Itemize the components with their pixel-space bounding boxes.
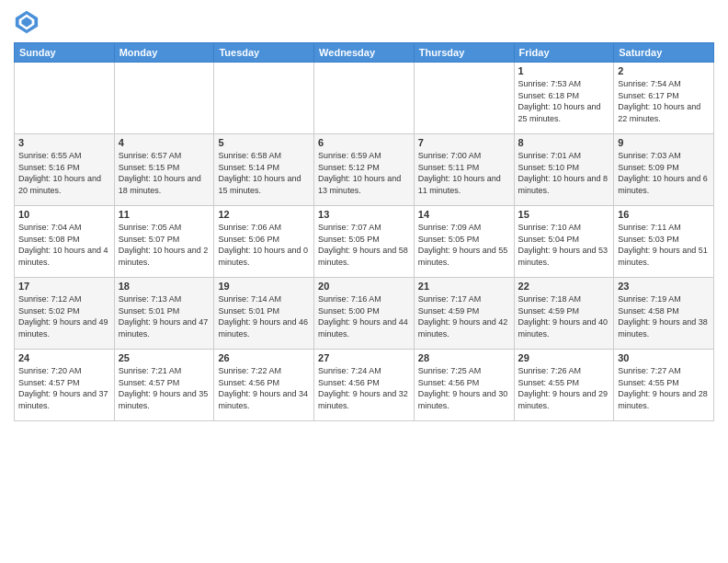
calendar-cell: 18Sunrise: 7:13 AM Sunset: 5:01 PM Dayli… [114, 278, 214, 350]
day-info: Sunrise: 7:27 AM Sunset: 4:55 PM Dayligh… [618, 365, 710, 411]
page: SundayMondayTuesdayWednesdayThursdayFrid… [0, 0, 728, 563]
day-number: 1 [518, 65, 610, 76]
calendar-cell: 12Sunrise: 7:06 AM Sunset: 5:06 PM Dayli… [214, 206, 314, 278]
day-number: 19 [218, 281, 310, 292]
weekday-header: Friday [514, 43, 614, 63]
day-number: 28 [418, 352, 510, 363]
day-info: Sunrise: 7:26 AM Sunset: 4:55 PM Dayligh… [518, 365, 610, 411]
day-number: 15 [518, 209, 610, 220]
day-number: 17 [18, 281, 110, 292]
logo [14, 9, 41, 35]
calendar-cell: 6Sunrise: 6:59 AM Sunset: 5:12 PM Daylig… [314, 134, 415, 206]
calendar-cell [114, 63, 214, 134]
calendar-week-row: 10Sunrise: 7:04 AM Sunset: 5:08 PM Dayli… [15, 206, 714, 278]
calendar-cell: 3Sunrise: 6:55 AM Sunset: 5:16 PM Daylig… [15, 134, 115, 206]
day-number: 21 [418, 281, 510, 292]
calendar-cell: 2Sunrise: 7:54 AM Sunset: 6:17 PM Daylig… [614, 63, 714, 134]
calendar-week-row: 3Sunrise: 6:55 AM Sunset: 5:16 PM Daylig… [15, 134, 714, 206]
day-info: Sunrise: 7:13 AM Sunset: 5:01 PM Dayligh… [119, 293, 210, 339]
calendar-cell: 4Sunrise: 6:57 AM Sunset: 5:15 PM Daylig… [114, 134, 214, 206]
day-info: Sunrise: 6:59 AM Sunset: 5:12 PM Dayligh… [318, 150, 410, 196]
day-info: Sunrise: 7:03 AM Sunset: 5:09 PM Dayligh… [618, 150, 710, 196]
calendar-cell: 7Sunrise: 7:00 AM Sunset: 5:11 PM Daylig… [414, 134, 514, 206]
day-info: Sunrise: 7:16 AM Sunset: 5:00 PM Dayligh… [318, 293, 410, 339]
day-info: Sunrise: 7:05 AM Sunset: 5:07 PM Dayligh… [119, 222, 210, 268]
calendar-cell: 9Sunrise: 7:03 AM Sunset: 5:09 PM Daylig… [614, 134, 714, 206]
day-number: 25 [119, 352, 210, 363]
weekday-header: Wednesday [314, 43, 415, 63]
day-info: Sunrise: 7:10 AM Sunset: 5:04 PM Dayligh… [518, 222, 610, 268]
calendar-cell [414, 63, 514, 134]
day-info: Sunrise: 7:18 AM Sunset: 4:59 PM Dayligh… [518, 293, 610, 339]
header [14, 9, 714, 35]
day-info: Sunrise: 7:00 AM Sunset: 5:11 PM Dayligh… [418, 150, 510, 196]
day-number: 18 [119, 281, 210, 292]
day-number: 29 [518, 352, 610, 363]
calendar-week-row: 1Sunrise: 7:53 AM Sunset: 6:18 PM Daylig… [15, 63, 714, 134]
calendar-cell: 28Sunrise: 7:25 AM Sunset: 4:56 PM Dayli… [414, 350, 514, 421]
day-info: Sunrise: 6:58 AM Sunset: 5:14 PM Dayligh… [218, 150, 310, 196]
calendar-cell: 30Sunrise: 7:27 AM Sunset: 4:55 PM Dayli… [614, 350, 714, 421]
calendar-cell: 29Sunrise: 7:26 AM Sunset: 4:55 PM Dayli… [514, 350, 614, 421]
day-number: 26 [218, 352, 310, 363]
day-info: Sunrise: 7:19 AM Sunset: 4:58 PM Dayligh… [618, 293, 710, 339]
day-info: Sunrise: 7:06 AM Sunset: 5:06 PM Dayligh… [218, 222, 310, 268]
day-number: 5 [218, 137, 310, 148]
day-number: 22 [518, 281, 610, 292]
calendar-cell [214, 63, 314, 134]
day-info: Sunrise: 7:53 AM Sunset: 6:18 PM Dayligh… [518, 78, 610, 124]
calendar-week-row: 24Sunrise: 7:20 AM Sunset: 4:57 PM Dayli… [15, 350, 714, 421]
day-info: Sunrise: 7:54 AM Sunset: 6:17 PM Dayligh… [618, 78, 710, 124]
day-info: Sunrise: 7:07 AM Sunset: 5:05 PM Dayligh… [318, 222, 410, 268]
day-number: 23 [618, 281, 710, 292]
calendar-cell: 24Sunrise: 7:20 AM Sunset: 4:57 PM Dayli… [15, 350, 115, 421]
weekday-header: Monday [114, 43, 214, 63]
day-number: 10 [18, 209, 110, 220]
weekday-header: Thursday [414, 43, 514, 63]
calendar-cell: 14Sunrise: 7:09 AM Sunset: 5:05 PM Dayli… [414, 206, 514, 278]
day-info: Sunrise: 7:22 AM Sunset: 4:56 PM Dayligh… [218, 365, 310, 411]
calendar-cell: 16Sunrise: 7:11 AM Sunset: 5:03 PM Dayli… [614, 206, 714, 278]
day-info: Sunrise: 7:20 AM Sunset: 4:57 PM Dayligh… [18, 365, 110, 411]
day-number: 24 [18, 352, 110, 363]
day-info: Sunrise: 7:14 AM Sunset: 5:01 PM Dayligh… [218, 293, 310, 339]
day-info: Sunrise: 7:04 AM Sunset: 5:08 PM Dayligh… [18, 222, 110, 268]
day-number: 6 [318, 137, 410, 148]
day-info: Sunrise: 7:25 AM Sunset: 4:56 PM Dayligh… [418, 365, 510, 411]
day-number: 30 [618, 352, 710, 363]
calendar-cell: 23Sunrise: 7:19 AM Sunset: 4:58 PM Dayli… [614, 278, 714, 350]
calendar-cell: 13Sunrise: 7:07 AM Sunset: 5:05 PM Dayli… [314, 206, 415, 278]
calendar-cell: 15Sunrise: 7:10 AM Sunset: 5:04 PM Dayli… [514, 206, 614, 278]
calendar-cell: 27Sunrise: 7:24 AM Sunset: 4:56 PM Dayli… [314, 350, 415, 421]
calendar-cell: 20Sunrise: 7:16 AM Sunset: 5:00 PM Dayli… [314, 278, 415, 350]
calendar-cell: 1Sunrise: 7:53 AM Sunset: 6:18 PM Daylig… [514, 63, 614, 134]
calendar-cell [15, 63, 115, 134]
weekday-header: Tuesday [214, 43, 314, 63]
day-info: Sunrise: 6:55 AM Sunset: 5:16 PM Dayligh… [18, 150, 110, 196]
calendar-cell: 19Sunrise: 7:14 AM Sunset: 5:01 PM Dayli… [214, 278, 314, 350]
calendar-table: SundayMondayTuesdayWednesdayThursdayFrid… [14, 42, 714, 421]
calendar-cell: 25Sunrise: 7:21 AM Sunset: 4:57 PM Dayli… [114, 350, 214, 421]
weekday-header: Sunday [15, 43, 115, 63]
weekday-header: Saturday [614, 43, 714, 63]
calendar-cell: 22Sunrise: 7:18 AM Sunset: 4:59 PM Dayli… [514, 278, 614, 350]
day-info: Sunrise: 6:57 AM Sunset: 5:15 PM Dayligh… [119, 150, 210, 196]
day-number: 14 [418, 209, 510, 220]
day-info: Sunrise: 7:11 AM Sunset: 5:03 PM Dayligh… [618, 222, 710, 268]
calendar-cell [314, 63, 415, 134]
day-info: Sunrise: 7:24 AM Sunset: 4:56 PM Dayligh… [318, 365, 410, 411]
calendar-cell: 8Sunrise: 7:01 AM Sunset: 5:10 PM Daylig… [514, 134, 614, 206]
day-number: 13 [318, 209, 410, 220]
day-info: Sunrise: 7:17 AM Sunset: 4:59 PM Dayligh… [418, 293, 510, 339]
calendar-cell: 26Sunrise: 7:22 AM Sunset: 4:56 PM Dayli… [214, 350, 314, 421]
day-number: 16 [618, 209, 710, 220]
day-info: Sunrise: 7:09 AM Sunset: 5:05 PM Dayligh… [418, 222, 510, 268]
calendar-cell: 11Sunrise: 7:05 AM Sunset: 5:07 PM Dayli… [114, 206, 214, 278]
day-number: 20 [318, 281, 410, 292]
day-number: 2 [618, 65, 710, 76]
day-info: Sunrise: 7:21 AM Sunset: 4:57 PM Dayligh… [119, 365, 210, 411]
day-number: 12 [218, 209, 310, 220]
calendar-cell: 5Sunrise: 6:58 AM Sunset: 5:14 PM Daylig… [214, 134, 314, 206]
day-number: 3 [18, 137, 110, 148]
calendar-cell: 21Sunrise: 7:17 AM Sunset: 4:59 PM Dayli… [414, 278, 514, 350]
